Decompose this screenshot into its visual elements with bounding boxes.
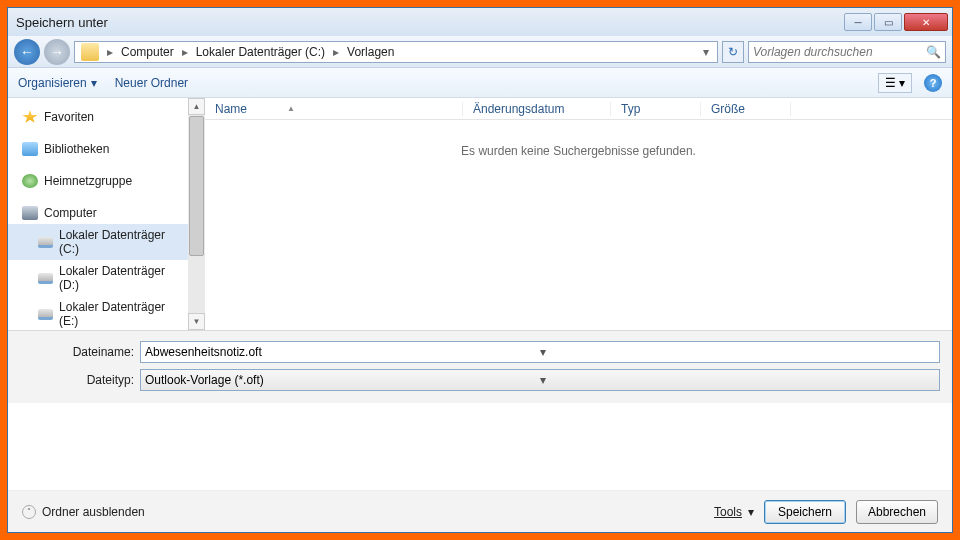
breadcrumb-item[interactable]: Computer xyxy=(117,43,178,61)
sort-asc-icon: ▲ xyxy=(287,104,295,113)
sidebar-item-homegroup[interactable]: Heimnetzgruppe xyxy=(8,170,188,192)
breadcrumb-item[interactable]: Vorlagen xyxy=(343,43,398,61)
filetype-combo[interactable]: Outlook-Vorlage (*.oft)▾ xyxy=(140,369,940,391)
organize-menu[interactable]: Organisieren▾ xyxy=(18,76,97,90)
column-headers: Name▲ Änderungsdatum Typ Größe xyxy=(205,98,952,120)
scroll-down-icon[interactable]: ▼ xyxy=(188,313,205,330)
sidebar-scrollbar[interactable]: ▲ ▼ xyxy=(188,98,205,330)
search-input[interactable] xyxy=(753,45,926,59)
drive-icon xyxy=(38,273,53,284)
breadcrumb[interactable]: ▸ Computer ▸ Lokaler Datenträger (C:) ▸ … xyxy=(74,41,718,63)
chevron-down-icon: ▾ xyxy=(748,505,754,519)
save-button[interactable]: Speichern xyxy=(764,500,846,524)
filetype-label: Dateityp: xyxy=(20,373,140,387)
search-icon: 🔍 xyxy=(926,45,941,59)
chevron-down-icon[interactable]: ▾ xyxy=(540,345,935,359)
tools-menu[interactable]: Tools▾ xyxy=(714,505,754,519)
file-list: Name▲ Änderungsdatum Typ Größe Es wurden… xyxy=(205,98,952,330)
sidebar-item-drive-e[interactable]: Lokaler Datenträger (E:) xyxy=(8,296,188,330)
breadcrumb-dropdown[interactable]: ▾ xyxy=(697,45,715,59)
sidebar-item-favorites[interactable]: Favoriten xyxy=(8,106,188,128)
folder-icon xyxy=(81,43,99,61)
drive-icon xyxy=(38,309,53,320)
filename-panel: Dateiname: Abwesenheitsnotiz.oft▾ Dateit… xyxy=(8,330,952,403)
hide-folders-button[interactable]: ˄ Ordner ausblenden xyxy=(22,505,145,519)
chevron-down-icon: ▾ xyxy=(91,76,97,90)
scroll-up-icon[interactable]: ▲ xyxy=(188,98,205,115)
view-options-button[interactable]: ☰ ▾ xyxy=(878,73,912,93)
computer-icon xyxy=(22,206,38,220)
breadcrumb-item[interactable]: Lokaler Datenträger (C:) xyxy=(192,43,329,61)
chevron-up-icon: ˄ xyxy=(22,505,36,519)
filetype-value: Outlook-Vorlage (*.oft) xyxy=(145,373,540,387)
toolbar: Organisieren▾ Neuer Ordner ☰ ▾ ? xyxy=(8,68,952,98)
chevron-right-icon: ▸ xyxy=(329,45,343,59)
search-box[interactable]: 🔍 xyxy=(748,41,946,63)
help-button[interactable]: ? xyxy=(924,74,942,92)
scroll-thumb[interactable] xyxy=(189,116,204,256)
titlebar: Speichern unter ─ ▭ ✕ xyxy=(8,8,952,36)
chevron-right-icon: ▸ xyxy=(103,45,117,59)
column-type[interactable]: Typ xyxy=(611,102,701,116)
footer: ˄ Ordner ausblenden Tools▾ Speichern Abb… xyxy=(8,490,952,532)
maximize-button[interactable]: ▭ xyxy=(874,13,902,31)
column-name[interactable]: Name▲ xyxy=(205,102,463,116)
minimize-button[interactable]: ─ xyxy=(844,13,872,31)
back-button[interactable]: ← xyxy=(14,39,40,65)
filename-combo[interactable]: Abwesenheitsnotiz.oft▾ xyxy=(140,341,940,363)
sidebar-item-drive-c[interactable]: Lokaler Datenträger (C:) xyxy=(8,224,188,260)
sidebar-item-computer[interactable]: Computer xyxy=(8,202,188,224)
sidebar: Favoriten Bibliotheken Heimnetzgruppe Co… xyxy=(8,98,188,330)
refresh-button[interactable]: ↻ xyxy=(722,41,744,63)
filename-value[interactable]: Abwesenheitsnotiz.oft xyxy=(145,345,540,359)
column-date[interactable]: Änderungsdatum xyxy=(463,102,611,116)
star-icon xyxy=(22,110,38,124)
save-as-dialog: Speichern unter ─ ▭ ✕ ← → ▸ Computer ▸ L… xyxy=(7,7,953,533)
chevron-right-icon: ▸ xyxy=(178,45,192,59)
network-icon xyxy=(22,174,38,188)
cancel-button[interactable]: Abbrechen xyxy=(856,500,938,524)
forward-button[interactable]: → xyxy=(44,39,70,65)
sidebar-item-drive-d[interactable]: Lokaler Datenträger (D:) xyxy=(8,260,188,296)
navbar: ← → ▸ Computer ▸ Lokaler Datenträger (C:… xyxy=(8,36,952,68)
close-button[interactable]: ✕ xyxy=(904,13,948,31)
chevron-down-icon[interactable]: ▾ xyxy=(540,373,935,387)
library-icon xyxy=(22,142,38,156)
new-folder-button[interactable]: Neuer Ordner xyxy=(115,76,188,90)
drive-icon xyxy=(38,237,53,248)
window-title: Speichern unter xyxy=(16,15,844,30)
filename-label: Dateiname: xyxy=(20,345,140,359)
empty-message: Es wurden keine Suchergebnisse gefunden. xyxy=(205,120,952,182)
column-size[interactable]: Größe xyxy=(701,102,791,116)
sidebar-item-libraries[interactable]: Bibliotheken xyxy=(8,138,188,160)
